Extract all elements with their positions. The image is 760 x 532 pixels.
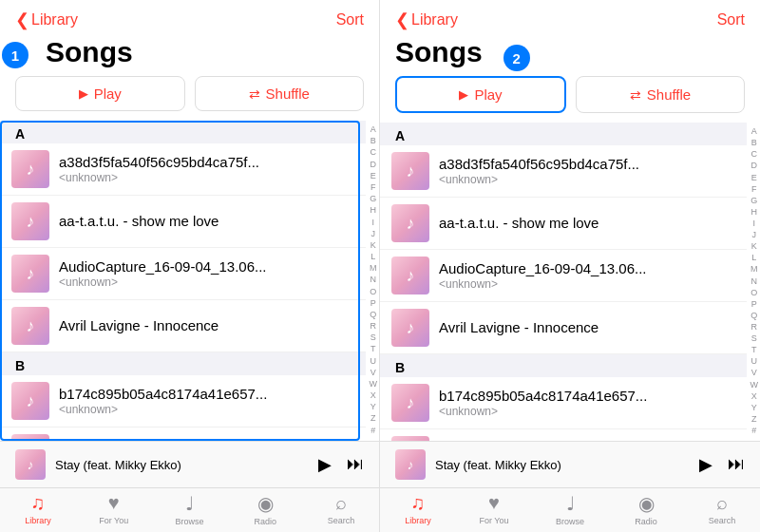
tab-label-search: Search (328, 516, 355, 525)
tab-search[interactable]: ⌕Search (684, 492, 760, 526)
alpha-letter-A[interactable]: A (370, 125, 378, 135)
shuffle-button[interactable]: ⇄ Shuffle (195, 76, 365, 111)
play-button[interactable]: ▶ Play (395, 76, 566, 113)
alpha-letter-J[interactable]: J (750, 231, 759, 240)
songs-scroll[interactable]: A♪a38d3f5fa540f56c95bd4ca75f...<unknown>… (0, 121, 379, 441)
mini-player[interactable]: ♪ Stay (feat. Mikky Ekko) ▶ ⏭ (380, 441, 760, 487)
songs-scroll[interactable]: A♪a38d3f5fa540f56c95bd4ca75f...<unknown>… (380, 123, 760, 441)
alpha-letter-X[interactable]: X (370, 391, 378, 401)
song-item[interactable]: ♪Avril Lavigne - Innocence (380, 302, 747, 354)
alpha-letter-#[interactable]: # (370, 427, 378, 436)
alpha-letter-C[interactable]: C (370, 148, 378, 158)
tab-library[interactable]: ♫Library (0, 492, 76, 526)
alpha-letter-K[interactable]: K (750, 242, 759, 252)
play-pause-button[interactable]: ▶ (318, 454, 332, 475)
tab-radio[interactable]: ◉Radio (608, 492, 684, 526)
alpha-letter-H[interactable]: H (750, 208, 759, 218)
alpha-letter-Z[interactable]: Z (370, 414, 378, 424)
alpha-letter-V[interactable]: V (750, 369, 759, 378)
tab-for-you[interactable]: ♥For You (76, 492, 152, 526)
alpha-letter-Q[interactable]: Q (750, 312, 759, 321)
alpha-letter-Q[interactable]: Q (370, 311, 378, 320)
alpha-letter-I[interactable]: I (750, 219, 759, 229)
alpha-letter-#[interactable]: # (750, 427, 759, 436)
alpha-letter-K[interactable]: K (370, 241, 378, 251)
alpha-letter-E[interactable]: E (750, 174, 759, 183)
alpha-letter-O[interactable]: O (370, 288, 378, 297)
alpha-letter-D[interactable]: D (370, 161, 378, 170)
alpha-letter-I[interactable]: I (370, 218, 378, 228)
fast-forward-button[interactable]: ⏭ (347, 454, 364, 475)
song-item[interactable]: ♪AudioCapture_16-09-04_13.06...<unknown> (0, 248, 366, 300)
shuffle-button[interactable]: ⇄ Shuffle (576, 76, 745, 113)
alpha-letter-T[interactable]: T (370, 345, 378, 354)
tab-browse[interactable]: ♩Browse (532, 492, 608, 526)
alpha-letter-S[interactable]: S (750, 334, 759, 344)
mini-player[interactable]: ♪ Stay (feat. Mikky Ekko) ▶ ⏭ (0, 441, 379, 487)
mini-player-title: Stay (feat. Mikky Ekko) (55, 458, 309, 472)
alpha-letter-W[interactable]: W (370, 380, 378, 390)
song-item[interactable]: ♪b174c895b05a4c8174a41e657...<unknown> (0, 375, 366, 428)
alpha-letter-U[interactable]: U (370, 357, 378, 367)
alpha-letter-U[interactable]: U (750, 357, 759, 367)
tab-icon-for-you: ♥ (488, 492, 500, 514)
alpha-letter-E[interactable]: E (370, 172, 378, 181)
alpha-letter-X[interactable]: X (750, 392, 759, 402)
play-button[interactable]: ▶ Play (15, 76, 185, 111)
nav-sort-button[interactable]: Sort (336, 11, 364, 28)
tab-library[interactable]: ♫Library (380, 492, 456, 526)
fast-forward-button[interactable]: ⏭ (728, 454, 745, 475)
alphabet-bar[interactable]: ABCDEFGHIJKLMNOPQRSTUVWXYZ# (750, 123, 759, 441)
song-item[interactable]: ♪aa-t.a.t.u. - show me love (0, 196, 366, 248)
nav-sort-button[interactable]: Sort (717, 11, 745, 28)
tab-search[interactable]: ⌕Search (303, 492, 379, 526)
alpha-letter-W[interactable]: W (750, 381, 759, 390)
alpha-letter-R[interactable]: R (370, 322, 378, 332)
tab-radio[interactable]: ◉Radio (227, 492, 303, 526)
tab-browse[interactable]: ♩Browse (152, 492, 228, 526)
song-info: aa-t.a.t.u. - show me love (439, 215, 732, 232)
alpha-letter-N[interactable]: N (750, 277, 759, 287)
alpha-letter-P[interactable]: P (370, 299, 378, 309)
alpha-letter-G[interactable]: G (750, 197, 759, 206)
alpha-letter-Y[interactable]: Y (370, 403, 378, 412)
alpha-letter-O[interactable]: O (750, 289, 759, 298)
alpha-letter-L[interactable]: L (750, 254, 759, 263)
nav-back-button[interactable]: ❮ Library (15, 10, 78, 30)
alpha-letter-T[interactable]: T (750, 346, 759, 355)
play-pause-button[interactable]: ▶ (699, 454, 712, 475)
alpha-letter-B[interactable]: B (370, 137, 378, 146)
alpha-letter-P[interactable]: P (750, 300, 759, 310)
alpha-letter-H[interactable]: H (370, 206, 378, 216)
alpha-letter-F[interactable]: F (370, 183, 378, 193)
tab-for-you[interactable]: ♥For You (456, 492, 532, 526)
song-subtitle: <unknown> (59, 171, 351, 184)
alpha-letter-B[interactable]: B (750, 139, 759, 148)
alpha-letter-Y[interactable]: Y (750, 404, 759, 413)
song-item[interactable]: ♪Ballade Pour AdelineBandari (380, 429, 747, 441)
alpha-letter-Z[interactable]: Z (750, 415, 759, 425)
alpha-letter-F[interactable]: F (750, 185, 759, 195)
alpha-letter-G[interactable]: G (370, 195, 378, 204)
alpha-letter-L[interactable]: L (370, 253, 378, 262)
alpha-letter-C[interactable]: C (750, 150, 759, 160)
song-item[interactable]: ♪a38d3f5fa540f56c95bd4ca75f...<unknown> (380, 145, 747, 198)
nav-back-button[interactable]: ❮ Library (395, 10, 458, 30)
song-item[interactable]: ♪a38d3f5fa540f56c95bd4ca75f...<unknown> (0, 143, 366, 196)
song-item[interactable]: ♪Ballade Pour AdelineBandari (0, 428, 366, 441)
alpha-letter-A[interactable]: A (750, 127, 759, 137)
alpha-letter-N[interactable]: N (370, 276, 378, 285)
tab-icon-browse: ♩ (185, 492, 194, 515)
alphabet-bar[interactable]: ABCDEFGHIJKLMNOPQRSTUVWXYZ# (370, 121, 378, 441)
song-item[interactable]: ♪AudioCapture_16-09-04_13.06...<unknown> (380, 250, 747, 302)
alpha-letter-V[interactable]: V (370, 369, 378, 378)
alpha-letter-M[interactable]: M (750, 265, 759, 275)
alpha-letter-R[interactable]: R (750, 323, 759, 332)
song-item[interactable]: ♪b174c895b05a4c8174a41e657...<unknown> (380, 377, 747, 429)
alpha-letter-S[interactable]: S (370, 333, 378, 343)
song-item[interactable]: ♪Avril Lavigne - Innocence (0, 300, 366, 352)
alpha-letter-D[interactable]: D (750, 162, 759, 171)
song-item[interactable]: ♪aa-t.a.t.u. - show me love (380, 198, 747, 250)
alpha-letter-J[interactable]: J (370, 230, 378, 239)
alpha-letter-M[interactable]: M (370, 264, 378, 274)
